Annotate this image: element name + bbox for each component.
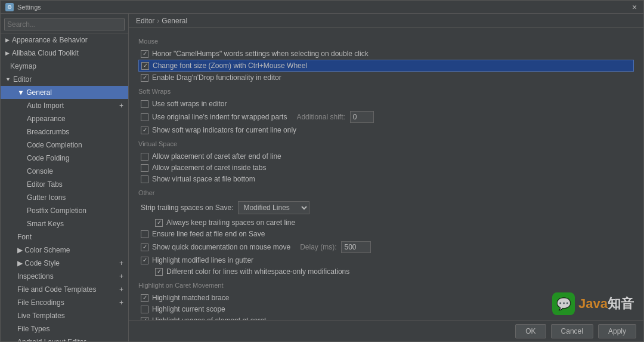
placement-after-end-checkbox[interactable]	[141, 153, 148, 161]
item-left: ▼ General	[17, 88, 52, 97]
sidebar-label: Alibaba Cloud Toolkit	[12, 49, 79, 57]
show-quick-doc-row: Show quick documentation on mouse move D…	[138, 240, 634, 254]
item-left: ▶ Code Style	[17, 259, 60, 267]
watermark-text: Java知音	[578, 295, 634, 313]
search-input[interactable]	[4, 19, 125, 30]
diff-color-checkbox[interactable]	[155, 268, 163, 276]
ctrl-zoom-checkbox[interactable]	[141, 62, 149, 70]
expand-arrow: ▼	[17, 88, 24, 97]
breadcrumb: Editor › General	[129, 14, 643, 28]
camel-humps-checkbox[interactable]	[141, 50, 148, 58]
ok-button[interactable]: OK	[515, 324, 546, 338]
use-original-indent-label: Use original line's indent for wrapped p…	[152, 113, 287, 121]
keep-trailing-checkbox[interactable]	[155, 219, 163, 227]
sidebar-item-auto-import[interactable]: Auto Import +	[1, 99, 128, 112]
sidebar-item-postfix[interactable]: Postfix Completion	[1, 204, 128, 217]
ensure-line-feed-label: Ensure line feed at file end on Save	[152, 230, 265, 238]
placement-inside-tabs-checkbox[interactable]	[141, 164, 148, 172]
sidebar-item-font[interactable]: Font	[1, 230, 128, 244]
delay-input[interactable]	[341, 241, 371, 253]
sidebar-item-code-style[interactable]: ▶ Code Style +	[1, 257, 128, 270]
sidebar-label: Smart Keys	[27, 220, 64, 228]
expand-arrow: ▶	[17, 259, 23, 267]
bottom-bar: 💬 Java知音 OK Cancel Apply	[129, 320, 643, 341]
ensure-line-feed-row: Ensure line feed at file end on Save	[138, 229, 634, 239]
watermark: 💬 Java知音	[552, 292, 634, 315]
show-indicators-row: Show soft wrap indicators for current li…	[138, 125, 634, 135]
diff-color-label: Different color for lines with whitespac…	[166, 267, 349, 276]
use-original-indent-checkbox[interactable]	[141, 113, 148, 121]
sidebar-item-color-scheme[interactable]: ▶ Color Scheme	[1, 244, 128, 257]
sidebar-item-code-completion[interactable]: Code Completion	[1, 138, 128, 152]
sidebar-item-android-layout[interactable]: Android Layout Editor	[1, 335, 128, 341]
sidebar-item-file-encodings[interactable]: File Encodings +	[1, 296, 128, 309]
ctrl-zoom-label: Change font size (Zoom) with Ctrl+Mouse …	[153, 61, 307, 70]
sidebar[interactable]: ▶ Appearance & Behavior ▶ Alibaba Cloud …	[1, 14, 129, 341]
show-indicators-checkbox[interactable]	[141, 127, 148, 134]
sidebar-item-breadcrumbs[interactable]: Breadcrumbs	[1, 125, 128, 138]
sidebar-label: Auto Import	[27, 101, 64, 110]
sidebar-label: Inspections	[17, 272, 54, 281]
sidebar-label: Breadcrumbs	[27, 128, 69, 136]
highlight-modified-label: Highlight modified lines in gutter	[152, 256, 253, 264]
sidebar-item-editor[interactable]: ▼ Editor	[1, 73, 128, 86]
add-icon: +	[119, 298, 123, 307]
camel-humps-row: Honor "CamelHumps" words settings when s…	[138, 48, 634, 59]
add-icon: +	[119, 101, 123, 110]
sidebar-item-general[interactable]: ▼ General	[1, 86, 128, 99]
breadcrumb-general: General	[162, 17, 187, 25]
drag-drop-checkbox[interactable]	[141, 74, 148, 82]
use-original-indent-row: Use original line's indent for wrapped p…	[138, 110, 634, 124]
show-virtual-space-checkbox[interactable]	[141, 175, 148, 183]
sidebar-item-smart-keys[interactable]: Smart Keys	[1, 217, 128, 230]
sidebar-label: General	[26, 88, 52, 97]
sidebar-item-file-code-templates[interactable]: File and Code Templates +	[1, 283, 128, 296]
sidebar-item-keymap[interactable]: Keymap	[1, 60, 128, 73]
sidebar-label: Font	[17, 233, 32, 241]
highlight-modified-checkbox[interactable]	[141, 257, 148, 264]
cancel-button[interactable]: Cancel	[551, 324, 593, 338]
sidebar-item-alibaba[interactable]: ▶ Alibaba Cloud Toolkit	[1, 47, 128, 60]
sidebar-label: Postfix Completion	[27, 207, 86, 215]
highlight-brace-checkbox[interactable]	[141, 294, 148, 302]
apply-button[interactable]: Apply	[598, 324, 636, 338]
keep-trailing-label: Always keep trailing spaces on caret lin…	[166, 218, 295, 227]
sidebar-item-console[interactable]: Console	[1, 165, 128, 178]
sidebar-item-editor-tabs[interactable]: Editor Tabs	[1, 178, 128, 191]
sidebar-item-appearance-behavior[interactable]: ▶ Appearance & Behavior	[1, 33, 128, 47]
sidebar-label: File and Code Templates	[17, 285, 97, 294]
placement-inside-tabs-row: Allow placement of caret inside tabs	[138, 162, 634, 173]
use-soft-wraps-checkbox[interactable]	[141, 100, 148, 108]
placement-after-end-label: Allow placement of caret after end of li…	[152, 152, 281, 161]
sidebar-label: Live Templates	[17, 312, 65, 320]
highlight-scope-checkbox[interactable]	[141, 306, 148, 313]
sidebar-label: File Types	[17, 325, 49, 333]
sidebar-item-code-folding[interactable]: Code Folding	[1, 152, 128, 165]
original-indent-row-content: Use original line's indent for wrapped p…	[152, 111, 374, 123]
ctrl-zoom-row: Change font size (Zoom) with Ctrl+Mouse …	[138, 60, 634, 72]
ensure-line-feed-checkbox[interactable]	[141, 230, 148, 238]
other-section-label: Other	[138, 189, 634, 196]
sidebar-item-appearance[interactable]: Appearance	[1, 112, 128, 125]
camel-humps-label: Honor "CamelHumps" words settings when s…	[152, 50, 369, 58]
drag-drop-row: Enable Drag'n'Drop functionality in edit…	[138, 72, 634, 83]
sidebar-item-inspections[interactable]: Inspections +	[1, 270, 128, 283]
sidebar-item-gutter-icons[interactable]: Gutter Icons	[1, 191, 128, 204]
drag-drop-label: Enable Drag'n'Drop functionality in edit…	[152, 73, 281, 82]
use-soft-wraps-label: Use soft wraps in editor	[152, 100, 227, 108]
sidebar-item-file-types[interactable]: File Types	[1, 322, 128, 335]
strip-trailing-dropdown[interactable]: None All Modified Lines	[238, 201, 309, 214]
close-button[interactable]: ×	[630, 3, 639, 11]
additional-shift-input[interactable]	[350, 111, 374, 123]
show-quick-doc-checkbox[interactable]	[141, 244, 148, 251]
item-left: Keymap	[10, 62, 36, 70]
title-bar: ⚙ Settings ×	[1, 1, 643, 14]
search-bar	[1, 16, 128, 33]
quick-doc-row-content: Show quick documentation on mouse move D…	[152, 241, 371, 253]
settings-window: ⚙ Settings × ▶ Appearance & Behavior ▶ A…	[0, 0, 644, 342]
sidebar-label: Code Folding	[27, 154, 69, 162]
sidebar-item-live-templates[interactable]: Live Templates	[1, 309, 128, 322]
strip-trailing-label: Strip trailing spaces on Save:	[141, 204, 233, 212]
expand-arrow: ▶	[5, 37, 10, 43]
main-panel: Editor › General Mouse Honor "CamelHumps…	[129, 14, 643, 341]
